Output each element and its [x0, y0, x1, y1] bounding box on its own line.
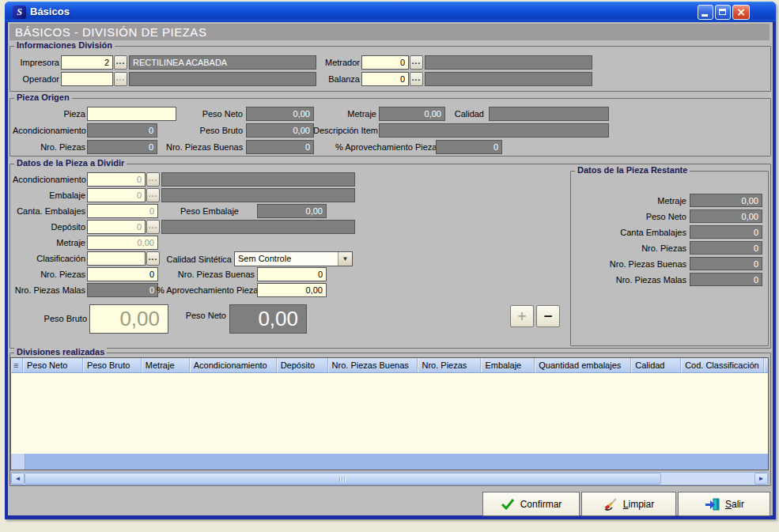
column-header[interactable]: Nro. Piezas — [418, 358, 481, 372]
scrollbar-thumb[interactable] — [25, 473, 661, 485]
column-header[interactable]: Calidad — [631, 358, 681, 372]
dividir-acondicionamiento-input[interactable]: 0 — [87, 172, 146, 187]
dividir-aprovechamiento-input[interactable]: 0,00 — [257, 283, 327, 297]
maximize-button[interactable] — [715, 5, 731, 20]
dividir-nro-piezas-input[interactable]: 0 — [87, 267, 158, 281]
balanza-browse-button[interactable]: ... — [410, 72, 423, 86]
restante-nro-piezas-field: 0 — [690, 241, 762, 255]
add-division-button[interactable]: + — [510, 305, 534, 327]
restante-nro-piezas-buenas-label: Nro. Piezas Buenas — [574, 257, 686, 271]
restante-nro-piezas-buenas-field: 0 — [690, 257, 762, 270]
horizontal-scrollbar[interactable]: ◄ ► — [10, 472, 769, 485]
descripcion-item-label: Descripción Item — [313, 123, 376, 138]
impresora-description: RECTILINEA ACABADA — [129, 55, 316, 70]
impresora-browse-button[interactable]: ... — [114, 55, 127, 70]
calidad-field — [489, 107, 609, 121]
deposito-label: Depósito — [13, 220, 85, 234]
embalaje-desc — [161, 188, 355, 202]
grid-header[interactable]: ≡ Peso Neto Peso Bruto Metraje Acondicio… — [10, 357, 769, 373]
salir-button[interactable]: Salir — [678, 492, 770, 516]
canta-embalajes-label: Canta. Embalajes — [13, 204, 85, 218]
dividir-acondicionamiento-browse-button[interactable]: ... — [146, 172, 160, 187]
impresora-label: Impresora — [9, 55, 59, 70]
restante-canta-embalajes-label: Canta Embalajes — [574, 225, 686, 240]
peso-bruto-field: 0,00 — [246, 123, 314, 138]
exit-door-icon — [704, 498, 720, 511]
descripcion-item-field — [379, 123, 609, 138]
grid-footer-row — [10, 454, 769, 470]
calidad-sintetica-select[interactable]: Sem Controle ▼ — [234, 251, 353, 266]
dividir-metraje-label: Metraje — [13, 236, 85, 250]
scrollbar-track[interactable] — [661, 473, 754, 485]
column-header[interactable]: Depósito — [277, 358, 328, 372]
clasificacion-browse-button[interactable]: ... — [146, 251, 160, 266]
embalaje-browse-button[interactable]: ... — [146, 188, 160, 202]
close-icon: × — [733, 6, 749, 19]
deposito-desc — [161, 220, 355, 234]
metrador-description — [425, 55, 592, 70]
group-title: Divisiones realizadas — [14, 347, 107, 357]
group-title: Informaciones División — [14, 40, 115, 50]
limpiar-button[interactable]: Limpiar — [581, 492, 676, 516]
pieza-input[interactable] — [87, 107, 176, 121]
peso-bruto-label: Peso Bruto — [188, 123, 243, 138]
confirmar-button[interactable]: Confirmar — [482, 492, 580, 516]
titlebar[interactable]: S Básicos — [5, 2, 776, 22]
column-header[interactable]: Acondicionamiento — [190, 358, 277, 372]
group-title: Datos de la Pieza a Dividir — [14, 158, 127, 168]
group-title: Datos de la Pieza Restante — [575, 165, 690, 175]
clasificacion-label: Clasificación — [13, 251, 85, 266]
embalaje-input[interactable]: 0 — [87, 188, 146, 202]
calidad-sintetica-label: Calidad Sintética — [160, 252, 232, 266]
chevron-down-icon[interactable]: ▼ — [338, 252, 352, 266]
scroll-left-icon[interactable]: ◄ — [11, 473, 25, 485]
metrador-label: Metrador — [312, 55, 360, 70]
grid-body[interactable] — [10, 373, 769, 454]
nro-piezas-label: Nro. Piezas — [32, 140, 85, 154]
column-header[interactable]: Cod. Classificación — [681, 358, 764, 372]
peso-neto-field: 0,00 — [246, 107, 314, 121]
nro-piezas-buenas-label: Nro. Piezas Buenas — [166, 140, 243, 154]
operador-browse-button[interactable]: ... — [114, 72, 127, 86]
column-header[interactable]: Peso Neto — [23, 358, 83, 372]
canta-embalajes-input[interactable]: 0 — [87, 204, 158, 218]
restante-nro-piezas-malas-label: Nro. Piezas Malas — [574, 273, 686, 287]
restante-peso-neto-label: Peso Neto — [574, 209, 686, 224]
calidad-label: Calidad — [448, 107, 484, 121]
impresora-input[interactable]: 2 — [61, 55, 113, 70]
window-title: Básicos — [30, 6, 70, 17]
minimize-button[interactable] — [698, 5, 713, 20]
desktop: S Básicos × BÁSICOS - DIVISIÓN DE PIEZAS… — [0, 0, 779, 532]
restante-canta-embalajes-field: 0 — [690, 225, 762, 239]
column-header[interactable]: Peso Bruto — [83, 358, 142, 372]
remove-division-button[interactable]: − — [536, 305, 560, 327]
column-header[interactable]: Quantidad embalajes — [535, 358, 631, 372]
restante-nro-piezas-malas-field: 0 — [690, 273, 762, 286]
column-header[interactable]: Embalaje — [481, 358, 535, 372]
metrador-browse-button[interactable]: ... — [410, 55, 423, 70]
confirmar-label: Confirmar — [520, 499, 562, 510]
scrollbar-grip — [339, 477, 346, 482]
column-header[interactable]: % — [764, 358, 768, 372]
balanza-label: Balanza — [312, 72, 360, 86]
dividir-nro-piezas-buenas-label: Nro. Piezas Buenas — [176, 267, 255, 281]
calidad-sintetica-value: Sem Controle — [238, 254, 291, 263]
operador-description — [129, 72, 316, 86]
metrador-input[interactable]: 0 — [361, 55, 409, 70]
dividir-metraje-input[interactable]: 0,00 — [87, 236, 158, 250]
column-header[interactable]: Nro. Piezas Buenas — [328, 358, 418, 372]
deposito-input[interactable]: 0 — [87, 220, 146, 234]
dividir-peso-bruto-input[interactable]: 0,00 — [89, 304, 168, 334]
deposito-browse-button[interactable]: ... — [146, 220, 160, 234]
close-button[interactable]: × — [732, 5, 750, 20]
balanza-input[interactable]: 0 — [361, 72, 409, 86]
clasificacion-input[interactable] — [87, 251, 146, 266]
scroll-right-icon[interactable]: ► — [754, 473, 768, 485]
dividir-acondicionamiento-desc — [161, 172, 355, 187]
operador-input[interactable] — [61, 72, 113, 86]
acondicionamiento-field: 0 — [87, 123, 157, 138]
dividir-nro-piezas-buenas-input[interactable]: 0 — [257, 267, 327, 281]
column-header[interactable]: Metraje — [142, 358, 190, 372]
restante-metraje-field: 0,00 — [690, 194, 762, 207]
limpiar-label: Limpiar — [623, 499, 654, 510]
